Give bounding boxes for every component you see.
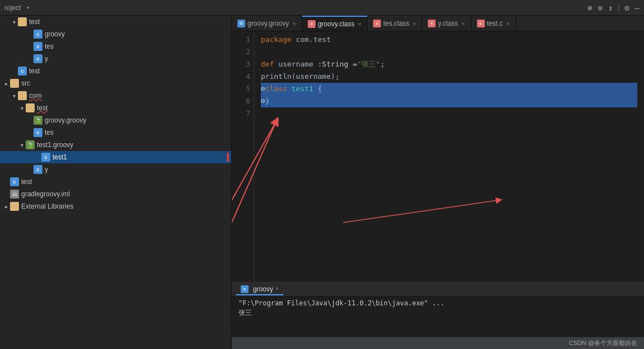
sidebar-item-tes-2[interactable]: c tes: [0, 126, 231, 139]
sidebar-item-com[interactable]: ▾ com: [0, 89, 231, 102]
bottom-tab-label: groovy: [253, 285, 273, 293]
tab-bar: G groovy.groovy × c groovy.class × c tes…: [232, 16, 644, 31]
string-literal: "张三": [357, 58, 380, 70]
sidebar-item-test1-groovy[interactable]: ▾ 🍃 test1.groovy: [0, 139, 231, 151]
toolbar-icon-add[interactable]: ⊕: [588, 3, 592, 12]
tab-test[interactable]: c test.c ×: [471, 16, 516, 31]
editor-area: G groovy.groovy × c groovy.class × c tes…: [232, 16, 644, 349]
chevron-right-icon: ▸: [2, 204, 10, 210]
gutter-fold-icon: ⊖: [261, 95, 265, 107]
toolbar-icon-settings[interactable]: ⚙: [624, 3, 629, 12]
sidebar-label: External Libraries: [21, 202, 73, 210]
keyword-def: def: [261, 58, 278, 70]
sidebar-label: gradlegroovy.iml: [21, 190, 70, 198]
tab-close-icon[interactable]: ×: [358, 21, 361, 27]
tab-close-icon[interactable]: ×: [506, 20, 509, 27]
toolbar-icons: ⊕ ≡ ↕ ⚙ —: [588, 3, 640, 12]
tab-tes-class[interactable]: c tes.class ×: [368, 16, 422, 31]
sidebar-item-test-groovy-1[interactable]: c test: [0, 65, 231, 77]
sidebar-item-test-com[interactable]: ▾ test: [0, 102, 231, 114]
sidebar-item-groovy-groovy[interactable]: 🍃 groovy.groovy: [0, 114, 231, 126]
chevron-down-icon: ▾: [18, 142, 26, 148]
toolbar-divider: [618, 4, 619, 12]
status-text: CSDN @各个方面都自在: [569, 339, 637, 347]
sidebar-item-test-2[interactable]: c test: [0, 176, 231, 188]
tab-groovy-class[interactable]: c groovy.class ×: [302, 16, 368, 31]
groovy-tab-icon: G: [237, 20, 245, 27]
folder-icon: [26, 103, 35, 112]
code-line-6: ⊖}: [261, 95, 637, 107]
sidebar-label: test: [29, 67, 40, 75]
tab-close-icon[interactable]: ×: [413, 20, 416, 27]
iml-icon: 🗂: [10, 190, 19, 199]
code-text: }: [265, 95, 270, 107]
sidebar-item-y-2[interactable]: c y: [0, 163, 231, 176]
groovy-icon: c: [34, 42, 42, 51]
chevron-down-icon: ▾: [10, 19, 18, 25]
keyword-package: package: [261, 34, 296, 46]
code-line-4: println(username);: [261, 70, 637, 83]
tab-label: test.c: [487, 20, 503, 27]
sidebar-item-y-1[interactable]: c y: [0, 53, 231, 65]
sidebar-label: src: [21, 79, 30, 87]
tab-label: y.class: [438, 20, 458, 27]
code-text: com.test: [296, 34, 331, 46]
sidebar-item-tes-1[interactable]: c tes: [0, 40, 231, 53]
console-line-2: 张三: [238, 308, 252, 318]
sidebar-label: groovy.groovy: [45, 116, 86, 124]
sidebar-item-test-folder-top[interactable]: ▾ test: [0, 16, 231, 28]
code-content[interactable]: package com.test def username :String ="…: [254, 31, 644, 282]
sidebar-label: test: [21, 178, 32, 186]
bottom-tab-groovy[interactable]: c groovy ×: [236, 284, 283, 295]
tab-y-class[interactable]: c y.class ×: [422, 16, 471, 31]
code-line-7: [261, 107, 637, 120]
sidebar-item-gradlegroovy-iml[interactable]: 🗂 gradlegroovy.iml: [0, 188, 231, 200]
sidebar-label: test1: [53, 153, 67, 161]
sidebar-label: tes: [45, 43, 54, 50]
line-numbers: 1 2 3 4 5 6 7: [232, 31, 254, 282]
class-tab-icon: c: [373, 20, 381, 27]
chevron-down-icon: ▾: [18, 105, 26, 111]
groovy-run-icon: c: [241, 285, 249, 293]
bottom-tab-close-icon[interactable]: ×: [275, 286, 279, 292]
sidebar-label: test: [29, 18, 40, 26]
project-dropdown-icon[interactable]: ▾: [24, 4, 32, 11]
red-bar-indicator: [227, 153, 229, 162]
bottom-panel: c groovy × "F:\Program Files\Java\jdk-11…: [232, 282, 644, 349]
file-icon: 🍃: [34, 116, 42, 125]
folder-icon: [10, 202, 19, 211]
code-text: :String =: [318, 58, 357, 70]
sidebar: ▾ test c groovy c tes c y c test ▸ s: [0, 16, 232, 349]
sidebar-item-test1-class[interactable]: c test1: [0, 151, 231, 163]
code-line-5: ⊖class test1 {: [261, 83, 637, 95]
status-bar: CSDN @各个方面都自在: [232, 337, 644, 349]
sidebar-label: test: [37, 104, 47, 112]
code-text: {: [313, 83, 322, 95]
class-tab-icon: c: [308, 20, 316, 28]
sidebar-item-src[interactable]: ▸ src: [0, 77, 231, 89]
tab-label: tes.class: [383, 20, 409, 27]
toolbar-icon-minimize[interactable]: —: [635, 3, 640, 12]
toolbar-icon-menu[interactable]: ≡: [598, 3, 602, 12]
code-text: ;: [380, 58, 385, 70]
groovy-icon: c: [18, 67, 27, 76]
tab-close-icon[interactable]: ×: [292, 20, 295, 27]
groovy-icon: c: [41, 153, 50, 162]
chevron-down-icon: ▾: [10, 93, 18, 99]
chevron-right-icon: ▸: [2, 81, 10, 87]
bottom-content: "F:\Program Files\Java\jdk-11.0.2\bin\ja…: [232, 297, 644, 337]
tab-groovy-groovy[interactable]: G groovy.groovy ×: [232, 16, 302, 31]
sidebar-item-groovy-1[interactable]: c groovy: [0, 28, 231, 40]
code-editor[interactable]: 1 2 3 4 5 6 7 package com.test: [232, 31, 644, 282]
sidebar-item-external-libs[interactable]: ▸ External Libraries: [0, 200, 231, 213]
toolbar-icon-sort[interactable]: ↕: [608, 3, 613, 12]
bottom-tab-bar: c groovy ×: [232, 282, 644, 297]
code-line-3: def username :String ="张三";: [261, 58, 637, 70]
groovy-icon: c: [10, 177, 19, 186]
code-text: println(username);: [261, 70, 340, 83]
tab-close-icon[interactable]: ×: [461, 20, 465, 27]
folder-icon: [10, 79, 19, 88]
class-name: test1: [292, 83, 313, 95]
console-line-1: "F:\Program Files\Java\jdk-11.0.2\bin\ja…: [238, 299, 444, 307]
groovy-icon: c: [34, 128, 42, 137]
